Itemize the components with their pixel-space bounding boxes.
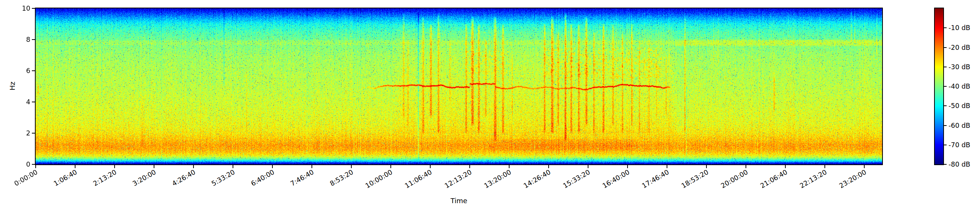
x-tick-label: 8:53:20	[329, 168, 354, 188]
x-tick-mark	[824, 165, 825, 168]
colorbar-tick-mark	[944, 27, 947, 28]
colorbar-tick-label: -10 dB	[948, 24, 970, 32]
x-tick-mark	[588, 165, 589, 168]
y-tick-label: 8	[8, 35, 30, 44]
x-tick-mark	[785, 165, 786, 168]
x-tick-mark	[193, 165, 194, 168]
colorbar-tick-mark	[944, 47, 947, 48]
colorbar-tick-label: -40 dB	[948, 82, 970, 91]
x-tick-label: 0:00:00	[13, 168, 39, 188]
colorbar-tick-label: -70 dB	[948, 141, 970, 149]
y-tick-label: 0	[8, 160, 30, 168]
x-tick-mark	[706, 165, 707, 168]
x-tick-label: 23:20:00	[838, 168, 867, 190]
x-tick-mark	[75, 165, 75, 168]
x-tick-mark	[272, 165, 273, 168]
x-tick-mark	[430, 165, 431, 168]
spectrogram-canvas	[36, 8, 882, 164]
y-tick-label: 10	[8, 4, 30, 13]
x-tick-label: 13:20:00	[483, 168, 512, 190]
x-tick-label: 10:00:00	[364, 168, 394, 190]
x-tick-mark	[351, 165, 352, 168]
y-tick-mark	[32, 133, 35, 133]
x-tick-mark	[154, 165, 154, 168]
y-tick-mark	[32, 102, 35, 103]
x-tick-mark	[390, 165, 391, 168]
x-tick-label: 4:26:40	[171, 168, 197, 188]
x-tick-label: 20:00:00	[719, 168, 749, 190]
colorbar-tick-mark	[944, 144, 947, 145]
x-tick-mark	[469, 165, 470, 168]
colorbar-tick-mark	[944, 164, 947, 165]
x-tick-label: 16:40:00	[601, 168, 630, 190]
x-tick-label: 21:06:40	[759, 168, 788, 190]
y-tick-label: 4	[8, 98, 30, 106]
y-tick-mark	[32, 71, 35, 71]
y-tick-label: 2	[8, 129, 30, 137]
colorbar-tick-mark	[944, 86, 947, 87]
x-tick-label: 17:46:40	[640, 168, 670, 190]
colorbar-tick-mark	[944, 67, 947, 67]
y-axis-label: Hz	[8, 79, 17, 94]
x-tick-mark	[232, 165, 233, 168]
x-tick-mark	[746, 165, 746, 168]
y-tick-label: 6	[8, 67, 30, 75]
x-tick-label: 18:53:20	[680, 168, 710, 190]
x-tick-mark	[667, 165, 667, 168]
x-tick-label: 14:26:40	[522, 168, 552, 190]
x-tick-label: 22:13:20	[798, 168, 828, 190]
colorbar-frame	[934, 8, 944, 165]
x-tick-mark	[548, 165, 549, 168]
x-tick-mark	[627, 165, 628, 168]
x-tick-label: 2:13:20	[92, 168, 118, 188]
x-tick-mark	[312, 165, 312, 168]
colorbar-tick-label: -20 dB	[948, 43, 970, 52]
x-tick-label: 6:40:00	[250, 168, 275, 188]
x-tick-label: 12:13:20	[443, 168, 473, 190]
x-tick-label: 7:46:40	[289, 168, 315, 188]
x-tick-label: 5:33:20	[210, 168, 236, 188]
colorbar-gradient	[935, 8, 943, 164]
y-tick-mark	[32, 8, 35, 9]
x-tick-mark	[114, 165, 115, 168]
x-tick-mark	[35, 165, 36, 168]
x-tick-mark	[509, 165, 509, 168]
x-tick-label: 1:06:40	[52, 168, 78, 188]
x-tick-label: 3:20:00	[131, 168, 157, 188]
colorbar-tick-label: -30 dB	[948, 63, 970, 71]
spectrogram-figure: Hz Time 02468100:00:001:06:402:13:203:20…	[0, 0, 980, 210]
y-tick-mark	[32, 39, 35, 40]
colorbar-tick-mark	[944, 125, 947, 126]
colorbar-tick-label: -60 dB	[948, 121, 970, 130]
colorbar-tick-mark	[944, 105, 947, 106]
colorbar-tick-label: -50 dB	[948, 102, 970, 110]
plot-area	[35, 8, 883, 165]
x-tick-label: 15:33:20	[562, 168, 591, 190]
y-tick-mark	[32, 164, 35, 165]
x-tick-mark	[864, 165, 865, 168]
x-tick-label: 11:06:40	[404, 168, 433, 190]
colorbar-tick-label: -80 dB	[948, 160, 970, 168]
x-axis-label: Time	[36, 197, 882, 205]
